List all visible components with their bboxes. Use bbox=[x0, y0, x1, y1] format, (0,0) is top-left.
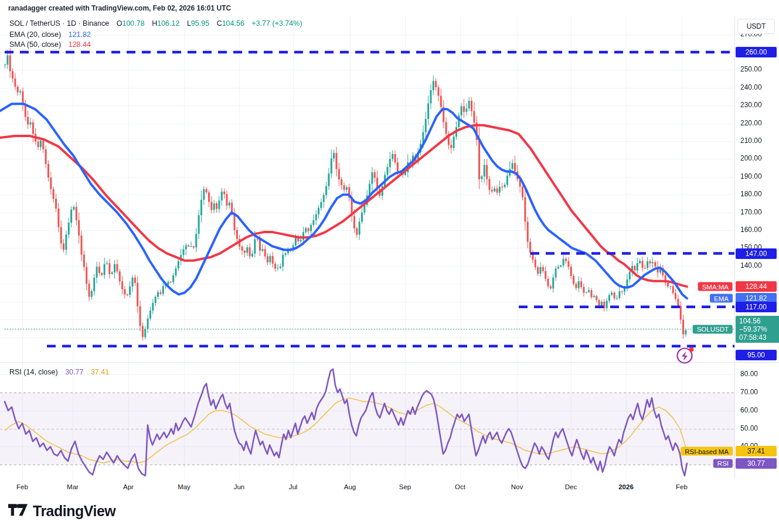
series-label-pill: EMA bbox=[710, 294, 733, 303]
ohlc-low: L95.95 bbox=[187, 19, 209, 28]
time-scale-axis[interactable]: FebMarAprMayJunJulAugSepOctNovDec2026Feb bbox=[0, 479, 779, 497]
time-axis-label: Jul bbox=[289, 483, 298, 490]
sma-value: 128.44 bbox=[69, 40, 91, 49]
price-axis-label: 170.00 bbox=[740, 208, 762, 216]
tradingview-logo-text: TradingView bbox=[33, 503, 115, 520]
rsi-label: RSI (14, close) bbox=[9, 368, 58, 376]
flash-idea-icon[interactable] bbox=[675, 345, 696, 368]
price-scale-axis[interactable]: 270.00250.00240.00230.00220.00210.00200.… bbox=[734, 16, 779, 497]
rsi-ma-value: 37.41 bbox=[91, 368, 109, 376]
series-label-pill: RSI-based MA bbox=[681, 447, 733, 456]
tradingview-chart-window: ranadagger created with TradingView.com,… bbox=[0, 0, 779, 532]
rsi-axis-label: 70.00 bbox=[740, 388, 758, 396]
change-value: +3.77 (+3.74%) bbox=[251, 19, 302, 28]
series-label-pill: RSI bbox=[713, 459, 733, 468]
symbol-price-badge: 104.56−59.37%07:58:43 bbox=[736, 316, 779, 343]
time-axis-label: Apr bbox=[123, 483, 134, 490]
time-axis-label: Feb bbox=[676, 483, 688, 490]
axis-badge: 128.44 bbox=[736, 281, 777, 292]
rsi-axis-label: 60.00 bbox=[740, 406, 758, 414]
rsi-axis-label: 80.00 bbox=[740, 370, 758, 378]
series-label-pill: SMA:MA bbox=[698, 282, 733, 291]
sma-indicator-row[interactable]: SMA (50, close) 128.44 bbox=[9, 40, 91, 49]
time-axis-label: Feb bbox=[16, 483, 28, 490]
time-axis-label: Mar bbox=[67, 483, 79, 490]
time-axis-label: Nov bbox=[511, 483, 523, 490]
currency-toggle-button[interactable]: USDT bbox=[737, 19, 775, 34]
tradingview-logo-icon bbox=[8, 504, 28, 519]
axis-badge: 30.77 bbox=[736, 458, 777, 469]
price-axis-label: 200.00 bbox=[740, 154, 762, 162]
axis-badge: 147.00 bbox=[736, 248, 777, 259]
time-axis-label: Jun bbox=[234, 483, 245, 490]
time-axis-label: May bbox=[178, 483, 191, 490]
rsi-axis-label: 50.00 bbox=[740, 424, 758, 432]
price-axis-label: 220.00 bbox=[740, 119, 762, 127]
ema-value: 121.82 bbox=[69, 30, 91, 39]
time-axis-label: Dec bbox=[565, 483, 577, 490]
rsi-value: 30.77 bbox=[65, 368, 83, 376]
price-axis-label: 160.00 bbox=[740, 226, 762, 234]
axis-badge: 260.00 bbox=[736, 47, 777, 57]
tradingview-logo[interactable]: TradingView bbox=[8, 503, 115, 520]
axis-badge: 117.00 bbox=[736, 302, 777, 312]
price-axis-label: 230.00 bbox=[740, 101, 762, 109]
axis-badge: 37.41 bbox=[736, 446, 777, 456]
symbol-title: SOL / TetherUS · 1D · Binance bbox=[9, 19, 109, 28]
time-axis-label: Sep bbox=[399, 483, 411, 490]
time-axis-label: Oct bbox=[455, 483, 465, 490]
sma-label: SMA (50, close) bbox=[9, 40, 61, 49]
price-axis-label: 190.00 bbox=[740, 172, 762, 180]
chart-canvas[interactable] bbox=[0, 0, 779, 532]
pane-separator[interactable] bbox=[0, 362, 779, 363]
symbol-header-row[interactable]: SOL / TetherUS · 1D · Binance O100.78 H1… bbox=[9, 19, 302, 28]
price-axis-label: 180.00 bbox=[740, 190, 762, 198]
ohlc-close: C104.56 bbox=[217, 19, 244, 28]
price-axis-label: 250.00 bbox=[740, 65, 762, 73]
price-axis-label: 140.00 bbox=[740, 261, 762, 270]
ohlc-high: H106.12 bbox=[152, 19, 179, 28]
axis-badge: 95.00 bbox=[736, 350, 777, 360]
rsi-indicator-row[interactable]: RSI (14, close) 30.77 37.41 bbox=[9, 368, 109, 376]
price-axis-label: 210.00 bbox=[740, 137, 762, 145]
price-axis-label: 240.00 bbox=[740, 83, 762, 91]
time-axis-label: 2026 bbox=[618, 483, 634, 490]
time-axis-label: Aug bbox=[344, 483, 356, 490]
ema-indicator-row[interactable]: EMA (20, close) 121.82 bbox=[9, 30, 91, 39]
series-label-pill: SOLUSDT bbox=[693, 325, 733, 333]
ema-label: EMA (20, close) bbox=[9, 30, 61, 39]
attribution-text: ranadagger created with TradingView.com,… bbox=[8, 4, 231, 12]
ohlc-open: O100.78 bbox=[117, 19, 145, 28]
